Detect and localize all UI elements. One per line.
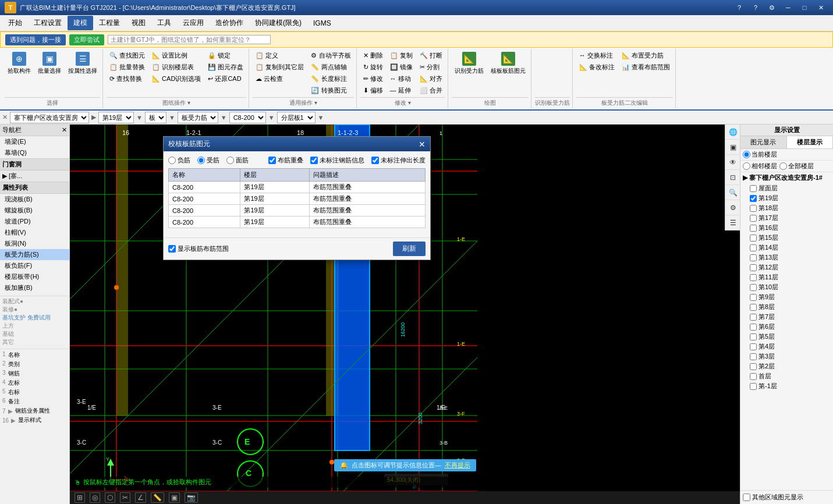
- sidebar-item-ramp[interactable]: 坡道(PD): [0, 216, 69, 227]
- table-row[interactable]: C8-200第19层布筋范围重叠: [169, 193, 426, 205]
- layer-item[interactable]: 第-1层: [740, 381, 833, 391]
- prop-item-6[interactable]: 6备注: [1, 397, 68, 406]
- layer-item[interactable]: 第18层: [740, 203, 833, 213]
- break-button[interactable]: 🔨 打断: [417, 50, 445, 61]
- verify-dialog-close[interactable]: ✕: [419, 140, 426, 149]
- spec-select[interactable]: C8-200: [229, 112, 266, 123]
- sidebar-item-curtain-wall[interactable]: 幕墙(Q): [0, 147, 69, 158]
- rotate-button[interactable]: ↻ 旋转: [360, 62, 386, 73]
- verify-dialog-title[interactable]: 校核板筋图元 ✕: [164, 137, 430, 151]
- prop-item-4[interactable]: 4左标: [1, 378, 68, 388]
- pick-element-button[interactable]: ⊕ 拾取构件: [5, 50, 34, 83]
- move-button[interactable]: ↔ 移动: [387, 73, 416, 84]
- convert-button[interactable]: 🔄 转换图元: [308, 85, 353, 96]
- tab-element-display[interactable]: 图元显示: [740, 136, 787, 148]
- layer-item[interactable]: 第16层: [740, 223, 833, 233]
- prop-item-2[interactable]: 2类别: [1, 360, 68, 369]
- sidebar-item-floor-band[interactable]: 楼层板带(H): [0, 271, 69, 282]
- copy-button[interactable]: 📋 复制: [387, 50, 416, 61]
- menu-quantity[interactable]: 工程量: [93, 16, 126, 30]
- encounter-problem-button[interactable]: 遇到问题，接一接: [5, 34, 66, 45]
- free-trial-link[interactable]: 基坑支护 免费试用: [2, 314, 67, 322]
- sidebar-item-slab-haunch[interactable]: 板加腋(B): [0, 282, 69, 293]
- layer-item[interactable]: 第4层: [740, 342, 833, 352]
- sidebar-item-cast-slab[interactable]: 现浇板(B): [0, 194, 69, 205]
- layer-item[interactable]: 第17层: [740, 213, 833, 223]
- layer-item[interactable]: 第12层: [740, 262, 833, 272]
- layer-item[interactable]: 第2层: [740, 361, 833, 371]
- immediate-try-button[interactable]: 立即尝试: [69, 34, 104, 45]
- sidebar-item-neg-rebar[interactable]: 板负筋(F): [0, 260, 69, 271]
- menu-view[interactable]: 视图: [126, 16, 151, 30]
- layer-item[interactable]: 首层: [740, 371, 833, 381]
- sidebar-item-spiral-slab[interactable]: 螺旋板(B): [0, 205, 69, 216]
- minimize-button[interactable]: ?: [732, 2, 747, 13]
- batch-replace-button[interactable]: 📋 批量替换: [107, 62, 148, 73]
- radio-all-floors[interactable]: 全部楼层: [779, 162, 814, 171]
- cloud-check-button[interactable]: ☁ 云检查: [253, 73, 307, 84]
- batch-select-button[interactable]: ▣ 批量选择: [35, 50, 64, 83]
- menu-cloud[interactable]: 云应用: [177, 16, 210, 30]
- minimize-win-button[interactable]: ─: [781, 2, 796, 13]
- subtype-select[interactable]: 板受力筋: [178, 112, 218, 123]
- menu-pricing[interactable]: 造价协作: [210, 16, 249, 30]
- layer-item[interactable]: 第15层: [740, 233, 833, 243]
- prop-item-7[interactable]: 7▶钢筋业务属性: [1, 406, 68, 416]
- check-no-extend[interactable]: 未标注伸出长度: [371, 156, 426, 165]
- layer-item[interactable]: 屋面层: [740, 183, 833, 193]
- check-no-rebar-info[interactable]: 未标注钢筋信息: [310, 156, 364, 165]
- sidebar-close[interactable]: ✕: [62, 126, 67, 134]
- prop-item-5[interactable]: 5右标: [1, 388, 68, 397]
- layer-item[interactable]: 第13层: [740, 253, 833, 262]
- level-select[interactable]: 第19层: [98, 112, 134, 123]
- layer-select[interactable]: 分层板1: [277, 112, 316, 123]
- recognize-rebar-button[interactable]: 📐 识别受力筋: [452, 50, 487, 83]
- find-replace-button[interactable]: ⟳ 查找替换: [107, 73, 148, 84]
- project-select[interactable]: 寨下棚户区改造安置房: [10, 112, 89, 123]
- verify-slab-button[interactable]: 📐 核板板筋图元: [488, 50, 529, 83]
- menu-igms[interactable]: IGMS: [307, 17, 337, 30]
- auto-align-button[interactable]: ⚙ 自动平齐板: [308, 50, 353, 61]
- check-other-area[interactable]: 其他区域图元显示: [743, 493, 831, 502]
- table-row[interactable]: C8-200第19层布筋范围重叠: [169, 216, 426, 228]
- layer-item[interactable]: 第9层: [740, 292, 833, 302]
- two-point-axis-button[interactable]: 📏 两点辅轴: [308, 62, 353, 73]
- cad-options-button[interactable]: 📐 CAD识别选项: [149, 73, 204, 84]
- menu-modeling[interactable]: 建模: [68, 16, 93, 30]
- prop-item-16[interactable]: 16▶显示样式: [1, 416, 68, 425]
- table-row[interactable]: C8-200第19层布筋范围重叠: [169, 182, 426, 193]
- arrange-rebar-button[interactable]: 📐 布置受力筋: [619, 50, 673, 61]
- swap-mark-button[interactable]: ↔ 交换标注: [576, 50, 618, 61]
- project-tree-group[interactable]: ▶ 寨下棚户区改造安置房-1#: [740, 172, 833, 183]
- canvas-area[interactable]: 16 1-2-1 18 1-1-2-3 1 2300 300 2900 1400…: [70, 125, 740, 504]
- sidebar-item-slab-hole[interactable]: 板洞(N): [0, 238, 69, 249]
- layer-item[interactable]: 第3层: [740, 352, 833, 361]
- mirror-button[interactable]: 🔲 镜像: [387, 62, 416, 73]
- menu-start[interactable]: 开始: [2, 16, 28, 30]
- layer-item[interactable]: 第8层: [740, 302, 833, 312]
- save-element-button[interactable]: 💾 图元存盘: [205, 62, 246, 73]
- prop-item-3[interactable]: 3钢筋: [1, 369, 68, 378]
- layer-item[interactable]: 第19层: [740, 193, 833, 203]
- layer-item[interactable]: 第11层: [740, 272, 833, 282]
- check-show-range[interactable]: 显示板筋布筋范围: [168, 244, 229, 253]
- menu-project-settings[interactable]: 工程设置: [28, 16, 68, 30]
- menu-tools[interactable]: 工具: [151, 16, 177, 30]
- sidebar-item-column-cap[interactable]: 柱帽(V): [0, 227, 69, 238]
- radio-face-rebar[interactable]: 面筋: [226, 156, 249, 165]
- recognize-floor-button[interactable]: 📋 识别楼层表: [149, 62, 204, 73]
- sidebar-expand-item[interactable]: ▶ [寨...: [0, 171, 69, 182]
- extend-button[interactable]: — 延伸: [387, 85, 416, 96]
- define-button[interactable]: 📋 定义: [253, 50, 307, 61]
- restore-win-button[interactable]: □: [797, 2, 812, 13]
- tab-floor-display[interactable]: 楼层显示: [787, 136, 834, 148]
- close-win-button[interactable]: ✕: [813, 2, 828, 13]
- offset-button[interactable]: ⬇ 偏移: [360, 85, 386, 96]
- find-element-button[interactable]: 🔍 查找图元: [107, 50, 148, 61]
- restore-cad-button[interactable]: ↩ 还原CAD: [205, 73, 246, 84]
- prop-close-btn[interactable]: ✕: [2, 113, 8, 121]
- merge-button[interactable]: ⬜ 合并: [417, 85, 445, 96]
- settings-button[interactable]: ⚙: [764, 2, 779, 13]
- length-mark-button[interactable]: 📏 长度标注: [308, 73, 353, 84]
- radio-neg-rebar[interactable]: 负筋: [168, 156, 190, 165]
